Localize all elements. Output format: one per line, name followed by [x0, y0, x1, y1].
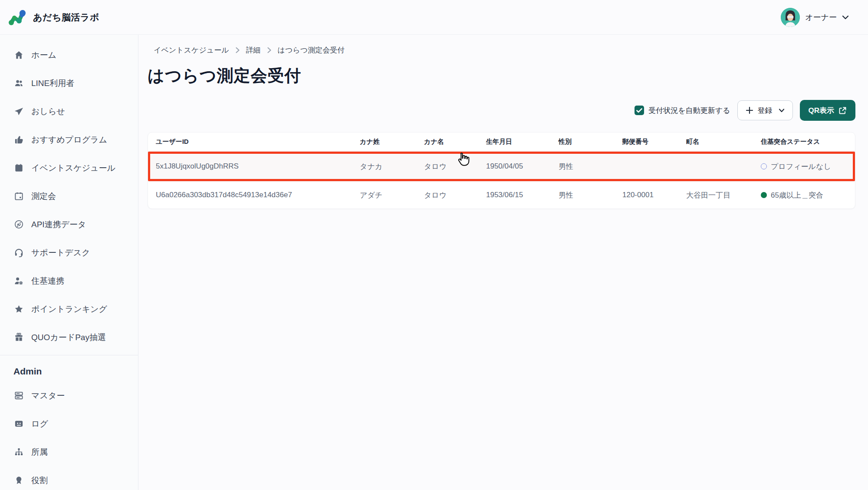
brand[interactable]: あだち脳活ラボ — [7, 8, 99, 27]
qr-button-label: QR表示 — [809, 106, 835, 116]
sidebar-item-thumbs-up[interactable]: おすすめプログラム — [0, 126, 138, 154]
sidebar-item-api-plug[interactable]: API連携データ — [0, 210, 138, 238]
log-icon — [13, 419, 24, 429]
auto-update-checkbox-group[interactable]: 受付状況を自動更新する — [635, 106, 730, 116]
sidebar-item-gift[interactable]: QUOカードPay抽選 — [0, 323, 138, 351]
home-icon — [13, 50, 24, 60]
column-header: 町名 — [678, 138, 753, 146]
sidebar-item-label: 測定会 — [31, 191, 56, 202]
org-tree-icon — [13, 447, 24, 457]
column-header: 性別 — [551, 138, 615, 146]
sidebar-admin-item-server[interactable]: マスター — [0, 381, 138, 410]
chevron-right-icon — [235, 47, 240, 53]
server-icon — [13, 391, 24, 401]
api-plug-icon — [13, 219, 24, 230]
table-row[interactable]: U6a0266a303db317d48c54913e14d36e7アダチタロウ1… — [148, 181, 855, 209]
status-cell: 65歳以上＿突合 — [753, 190, 855, 200]
auto-update-label: 受付状況を自動更新する — [648, 106, 730, 116]
column-header: 郵便番号 — [615, 138, 678, 146]
table-header-row: ユーザーIDカナ姓カナ名生年月日性別郵便番号町名住基突合ステータス — [148, 132, 855, 152]
sidebar-item-label: マスター — [31, 390, 65, 401]
table-body: 5x1J8UjqxolUg0gDhRRSタナカタロウ1950/04/05男性プロ… — [148, 152, 855, 209]
thumbs-up-icon — [13, 135, 24, 145]
breadcrumb-item[interactable]: 詳細 — [246, 45, 261, 55]
sidebar-item-label: イベントスケジュール — [31, 162, 115, 174]
sidebar-item-star[interactable]: ポイントランキング — [0, 295, 138, 323]
check-icon — [636, 108, 642, 113]
user-menu[interactable]: オーナー — [781, 8, 849, 27]
sidebar-admin-item-log[interactable]: ログ — [0, 410, 138, 438]
sidebar-divider — [0, 355, 138, 355]
user-role-label: オーナー — [805, 12, 837, 23]
sidebar-admin-section: マスターログ所属役割 — [0, 381, 138, 490]
gender-cell: 男性 — [551, 162, 615, 172]
sidebar-item-label: ログ — [31, 418, 48, 430]
sidebar-item-home[interactable]: ホーム — [0, 41, 138, 69]
sidebar-item-label: ポイントランキング — [31, 304, 107, 315]
status-label: 65歳以上＿突合 — [771, 190, 823, 200]
app-title: あだち脳活ラボ — [33, 11, 99, 23]
user-gear-icon — [13, 276, 24, 286]
chevron-right-icon — [267, 47, 272, 53]
register-button-label: 登録 — [758, 106, 773, 116]
plus-icon — [746, 106, 753, 114]
sidebar-item-label: おしらせ — [31, 106, 65, 117]
postal-cell: 120-0001 — [615, 191, 678, 199]
column-header: 生年月日 — [478, 138, 551, 146]
status-dot-empty-icon — [761, 163, 767, 169]
toolbar: 受付状況を自動更新する 登録 QR表示 — [148, 100, 855, 121]
kana-mei-cell: タロウ — [416, 190, 478, 200]
town-cell: 大谷田一丁目 — [678, 190, 753, 200]
badge-icon — [13, 475, 24, 486]
sidebar-item-label: 役割 — [31, 475, 48, 486]
paper-plane-icon — [13, 106, 24, 117]
sidebar-item-label: LINE利用者 — [31, 78, 74, 89]
page-title: はつらつ測定会受付 — [148, 65, 855, 87]
kana-sei-cell: アダチ — [352, 190, 416, 200]
user-id-cell: 5x1J8UjqxolUg0gDhRRS — [148, 162, 352, 171]
sidebar-item-label: 所属 — [31, 447, 48, 458]
breadcrumb-item[interactable]: イベントスケジュール — [154, 45, 229, 55]
users-icon — [13, 78, 24, 89]
sidebar-item-label: QUOカードPay抽選 — [31, 332, 106, 343]
breadcrumb: イベントスケジュール詳細はつらつ測定会受付 — [154, 45, 855, 55]
sidebar-admin-heading: Admin — [0, 361, 138, 381]
star-icon — [13, 304, 24, 315]
sidebar-item-calendar[interactable]: イベントスケジュール — [0, 154, 138, 182]
main-content: イベントスケジュール詳細はつらつ測定会受付 はつらつ測定会受付 受付状況を自動更… — [139, 35, 868, 490]
sidebar-item-label: API連携データ — [31, 219, 86, 230]
sidebar-item-headset[interactable]: サポートデスク — [0, 238, 138, 267]
app-logo-icon — [7, 8, 26, 27]
sidebar-admin-item-badge[interactable]: 役割 — [0, 466, 138, 490]
status-dot-matched-icon — [761, 192, 767, 198]
sidebar-item-paper-plane[interactable]: おしらせ — [0, 97, 138, 126]
sidebar-item-label: サポートデスク — [31, 247, 90, 258]
female-owner-avatar — [781, 8, 800, 27]
sidebar-admin-item-org-tree[interactable]: 所属 — [0, 438, 138, 466]
birth-cell: 1950/04/05 — [478, 162, 551, 171]
sidebar-item-label: ホーム — [31, 50, 56, 61]
external-link-icon — [838, 106, 847, 115]
qr-display-button[interactable]: QR表示 — [800, 100, 856, 121]
sidebar-item-users[interactable]: LINE利用者 — [0, 69, 138, 97]
auto-update-checkbox[interactable] — [635, 106, 644, 115]
reception-table: ユーザーIDカナ姓カナ名生年月日性別郵便番号町名住基突合ステータス 5x1J8U… — [148, 132, 855, 209]
column-header: カナ名 — [416, 138, 478, 146]
status-cell: プロフィールなし — [753, 162, 855, 172]
sidebar-item-calendar-event[interactable]: 測定会 — [0, 182, 138, 210]
chevron-down-icon — [842, 15, 849, 20]
table-row-highlighted[interactable]: 5x1J8UjqxolUg0gDhRRSタナカタロウ1950/04/05男性プロ… — [148, 152, 855, 181]
column-header: ユーザーID — [148, 138, 352, 146]
calendar-icon — [13, 163, 24, 173]
sidebar-item-user-gear[interactable]: 住基連携 — [0, 267, 138, 295]
sidebar-item-label: おすすめプログラム — [31, 134, 107, 146]
chevron-down-icon — [779, 109, 785, 113]
hand-pointer-icon — [457, 152, 470, 167]
user-id-cell: U6a0266a303db317d48c54913e14d36e7 — [148, 191, 352, 199]
kana-sei-cell: タナカ — [352, 162, 416, 172]
breadcrumb-item[interactable]: はつらつ測定会受付 — [278, 45, 345, 55]
sidebar-nav: ホームLINE利用者おしらせおすすめプログラムイベントスケジュール測定会API連… — [0, 35, 138, 490]
sidebar-item-label: 住基連携 — [31, 275, 64, 287]
register-button[interactable]: 登録 — [737, 100, 793, 120]
gift-icon — [13, 332, 24, 343]
